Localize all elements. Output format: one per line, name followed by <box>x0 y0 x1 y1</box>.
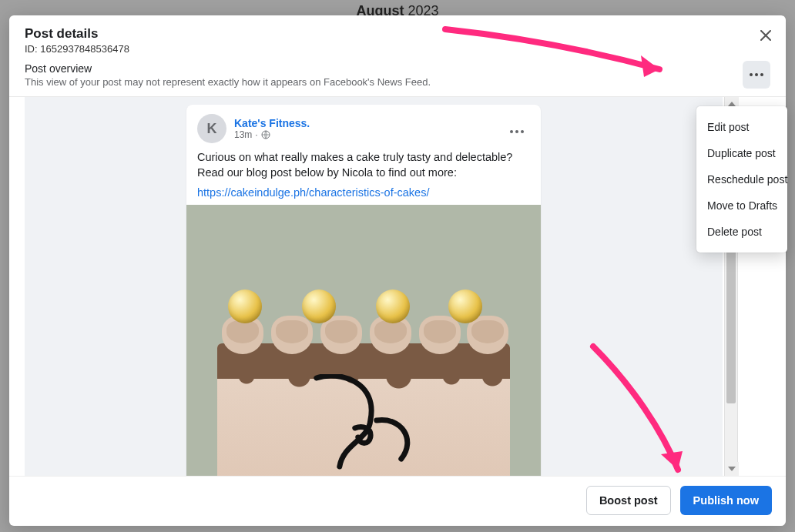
post-card-header: K Kate's Fitness. 13m · <box>186 105 541 149</box>
post-details-modal: Post details ID: 1652937848536478 Post o… <box>9 15 786 526</box>
menu-delete-post[interactable]: Delete post <box>696 219 787 245</box>
overview-title: Post overview <box>25 62 735 75</box>
modal-title: Post details <box>25 26 770 42</box>
post-image[interactable] <box>186 205 541 476</box>
post-card-more-button[interactable] <box>504 118 530 140</box>
author-name[interactable]: Kate's Fitness. <box>234 117 310 129</box>
svg-point-6 <box>521 130 524 133</box>
author-meta-block: Kate's Fitness. 13m · <box>234 117 310 140</box>
post-time[interactable]: 13m <box>234 129 252 140</box>
publish-now-button[interactable]: Publish now <box>680 486 772 515</box>
modal-footer: Boost post Publish now <box>9 476 786 526</box>
post-actions-dropdown: Edit post Duplicate post Reschedule post… <box>696 106 787 253</box>
chevron-down-icon <box>728 467 736 471</box>
overview-row: Post overview This view of your post may… <box>9 62 786 97</box>
svg-point-1 <box>755 73 758 76</box>
post-meta: 13m · <box>234 129 310 140</box>
post-link[interactable]: https://cakeindulge.ph/characteristics-o… <box>197 186 429 199</box>
menu-move-to-drafts[interactable]: Move to Drafts <box>696 192 787 219</box>
svg-point-0 <box>750 73 753 76</box>
author-avatar[interactable]: K <box>197 114 226 143</box>
modal-header: Post details ID: 1652937848536478 <box>9 15 786 62</box>
facebook-post-card: K Kate's Fitness. 13m · Curious on <box>186 105 541 476</box>
menu-edit-post[interactable]: Edit post <box>696 114 787 140</box>
overview-description: This view of your post may not represent… <box>25 76 735 88</box>
post-id-value: 1652937848536478 <box>40 43 129 55</box>
svg-point-2 <box>760 73 763 76</box>
close-button[interactable] <box>756 26 775 45</box>
close-icon <box>760 30 771 41</box>
post-preview-area: K Kate's Fitness. 13m · Curious on <box>25 97 723 476</box>
ellipsis-icon <box>750 73 763 76</box>
meta-dot: · <box>255 129 257 140</box>
ellipsis-icon <box>510 130 524 133</box>
svg-point-5 <box>515 130 518 133</box>
boost-post-button[interactable]: Boost post <box>586 486 671 515</box>
svg-point-4 <box>510 130 513 133</box>
cake-illustration <box>217 343 510 476</box>
overview-text-block: Post overview This view of your post may… <box>25 62 735 88</box>
post-text-line1: Curious on what really makes a cake trul… <box>197 149 530 165</box>
post-body: Curious on what really makes a cake trul… <box>186 149 541 205</box>
post-actions-button[interactable] <box>743 61 770 89</box>
post-id: ID: 1652937848536478 <box>25 43 770 55</box>
post-id-prefix: ID: <box>25 43 38 55</box>
menu-duplicate-post[interactable]: Duplicate post <box>696 140 787 166</box>
scroll-down-button[interactable] <box>725 462 739 476</box>
post-text-line2: Read our blog post below by Nicola to fi… <box>197 165 530 180</box>
content-scroll-area: K Kate's Fitness. 13m · Curious on <box>9 97 786 476</box>
globe-icon <box>261 130 270 139</box>
menu-reschedule-post[interactable]: Reschedule post <box>696 166 787 192</box>
